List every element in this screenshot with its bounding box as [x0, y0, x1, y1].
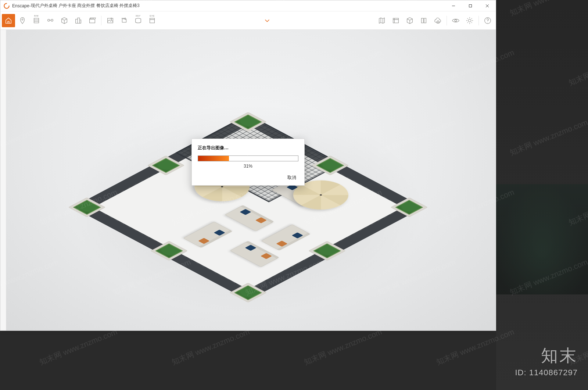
enscape-app-icon [3, 3, 10, 9]
cloud-upload-icon[interactable] [431, 14, 444, 27]
export-image-icon[interactable] [104, 14, 117, 27]
buildings-icon[interactable] [72, 14, 85, 27]
visual-settings-eye-icon[interactable] [449, 14, 462, 27]
scene-planter [229, 112, 267, 132]
window-maximize-button[interactable] [462, 0, 479, 11]
scene-sofa [183, 222, 232, 248]
pin-location-icon[interactable] [16, 14, 29, 27]
export-exe-icon[interactable]: EXE [146, 14, 159, 27]
binoculars-icon[interactable] [44, 14, 57, 27]
home-icon[interactable] [2, 14, 15, 27]
clapperboard-icon[interactable] [86, 14, 99, 27]
site-watermark-text: 知末网 www.znzmo.com [302, 327, 383, 368]
toolbar-collapse-handle[interactable] [261, 18, 273, 23]
export-dialog-title: 正在导出图像… [198, 145, 298, 151]
view-cube-icon[interactable] [58, 14, 71, 27]
panorama-360-icon[interactable]: 360° [132, 14, 145, 27]
site-watermark-text: 知末网 www.znzmo.com [38, 327, 119, 368]
export-progress-dialog: 正在导出图像… 31% 取消 [191, 139, 305, 186]
window-titlebar: Enscape - 现代户外桌椅 户外卡座 商业外摆 餐饮店桌椅 外摆桌椅3 [0, 0, 496, 11]
enscape-window: Enscape - 现代户外桌椅 户外卡座 商业外摆 餐饮店桌椅 外摆桌椅3 B… [0, 0, 496, 331]
window-controls [445, 0, 496, 11]
window-close-button[interactable] [479, 0, 496, 11]
package-icon[interactable] [403, 14, 416, 27]
main-toolbar: BIM360°EXE [0, 11, 496, 30]
render-viewport[interactable]: 正在导出图像… 31% 取消 [0, 30, 496, 330]
batch-export-icon[interactable] [118, 14, 131, 27]
export-progress-fill [198, 156, 229, 161]
scene-planter [390, 197, 428, 217]
scene-ground-shadow [57, 95, 439, 323]
scene-planter [308, 241, 346, 261]
settings-gear-icon[interactable] [463, 14, 476, 27]
toolbar-separator [101, 16, 101, 25]
asset-library-icon[interactable] [389, 14, 402, 27]
bim-manage-icon[interactable]: BIM [30, 14, 43, 27]
page-root: Enscape - 现代户外桌椅 户外卡座 商业外摆 餐饮店桌椅 外摆桌椅3 B… [0, 0, 588, 390]
export-cancel-button[interactable]: 取消 [285, 174, 298, 182]
toolbar-separator [478, 16, 479, 25]
scene-planter [229, 283, 267, 303]
left-gutter-panel [0, 30, 6, 330]
help-icon[interactable] [481, 14, 494, 27]
scene-planter [147, 155, 185, 175]
scene-sofa [261, 224, 310, 250]
bim-manage-icon-badge: BIM [34, 15, 39, 17]
export-progress-percent: 31% [198, 164, 298, 169]
scene-sofa [225, 205, 274, 231]
scene-planter [150, 241, 188, 261]
export-progress-bar [198, 155, 298, 161]
scene-sofa [230, 241, 279, 267]
window-title-document: 现代户外桌椅 户外卡座 商业外摆 餐饮店桌椅 外摆桌椅3 [31, 3, 140, 9]
scene-3d [57, 54, 439, 318]
scene-planter [68, 197, 106, 217]
gallery-side-strip [496, 0, 588, 390]
scene-planter [312, 155, 349, 175]
map-icon[interactable] [375, 14, 388, 27]
panorama-360-icon-badge: 360° [136, 15, 141, 17]
window-minimize-button[interactable] [445, 0, 462, 11]
toolbar-separator [447, 16, 447, 25]
svg-rect-0 [469, 4, 472, 7]
window-title-app: Enscape [12, 3, 29, 8]
compare-views-icon[interactable] [417, 14, 430, 27]
export-exe-icon-badge: EXE [150, 15, 155, 17]
site-watermark-text: 知末网 www.znzmo.com [170, 327, 251, 368]
